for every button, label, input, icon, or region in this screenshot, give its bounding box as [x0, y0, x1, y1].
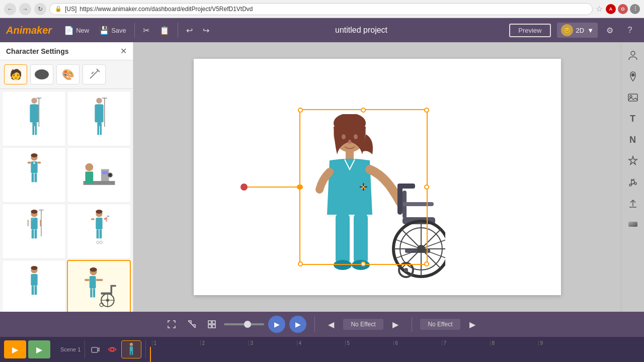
svg-rect-66	[34, 295, 38, 297]
play-all-button[interactable]: ▶	[289, 316, 306, 333]
svg-point-29	[85, 163, 93, 171]
svg-rect-65	[31, 295, 34, 297]
svg-marker-142	[629, 156, 637, 164]
tab-color[interactable]: 🎨	[56, 64, 79, 84]
svg-rect-64	[34, 286, 37, 296]
timeline-track-area[interactable]	[148, 347, 644, 362]
list-item[interactable]	[67, 91, 131, 146]
grid-toggle-button[interactable]	[204, 316, 220, 332]
background-button[interactable]	[624, 215, 642, 233]
expand-button[interactable]	[184, 316, 200, 332]
svg-rect-37	[31, 218, 37, 229]
selection-handle-br[interactable]	[424, 261, 429, 266]
svg-rect-44	[41, 210, 41, 236]
fit-view-button[interactable]	[164, 316, 180, 332]
selection-handle-mr[interactable]	[424, 185, 429, 190]
svg-rect-3	[31, 98, 37, 104]
svg-rect-21	[34, 162, 34, 164]
svg-rect-82	[111, 286, 113, 295]
selection-handle-tc[interactable]	[361, 108, 366, 113]
undo-button[interactable]: ↩	[182, 24, 197, 37]
new-button[interactable]: 📄 New	[60, 24, 93, 37]
zoom-thumb[interactable]	[244, 321, 251, 328]
timeline-track-active[interactable]	[121, 340, 141, 358]
add-location-button[interactable]	[624, 67, 642, 85]
tab-effects[interactable]	[83, 64, 106, 84]
svg-point-136	[240, 184, 248, 191]
add-image-button[interactable]	[624, 88, 642, 107]
refresh-button[interactable]: ↻	[34, 3, 46, 15]
play-green-button[interactable]: ▶	[28, 340, 50, 358]
panel-close-button[interactable]: ✕	[120, 46, 127, 56]
list-item[interactable]	[67, 147, 131, 203]
redo-icon: ↪	[203, 26, 209, 35]
list-item[interactable]	[2, 91, 66, 146]
timeline-eye-button[interactable]	[104, 341, 120, 357]
svg-rect-140	[628, 94, 637, 101]
svg-rect-10	[96, 98, 102, 104]
svg-rect-22	[27, 161, 31, 163]
ruler-mark-2: 2	[200, 340, 249, 346]
tab-character[interactable]: 🧑	[4, 64, 27, 84]
svg-point-61	[31, 266, 37, 270]
selection-handle-ml[interactable]	[298, 185, 303, 190]
list-item[interactable]	[2, 260, 66, 312]
timeline-camera-button[interactable]	[87, 341, 103, 357]
add-character-button[interactable]	[624, 46, 642, 64]
zoom-slider[interactable]	[224, 323, 264, 325]
project-title: untitled project	[215, 26, 507, 35]
view-mode-selector[interactable]: 😊 2D ▼	[557, 23, 598, 38]
play-once-button[interactable]: ▶	[268, 316, 285, 333]
effect1-next-button[interactable]: ▶	[387, 316, 404, 332]
help-button[interactable]: ?	[622, 22, 638, 38]
copy-button[interactable]: 📋	[155, 24, 174, 37]
add-effects-button[interactable]	[624, 152, 642, 170]
selection-handle-bl[interactable]	[298, 261, 303, 266]
list-item-selected[interactable]	[67, 260, 131, 312]
svg-rect-31	[101, 169, 109, 181]
save-button[interactable]: 💾 Save	[95, 24, 130, 37]
forward-button[interactable]: →	[19, 3, 31, 15]
svg-rect-55	[99, 229, 102, 239]
svg-rect-23	[37, 161, 41, 163]
preview-button[interactable]: Preview	[509, 24, 550, 37]
svg-point-143	[629, 184, 631, 186]
svg-rect-51	[91, 218, 95, 220]
canvas-area[interactable]: ✛	[133, 42, 621, 312]
zoom-track[interactable]	[224, 323, 264, 325]
app-logo: Animaker	[6, 25, 52, 36]
address-bar[interactable]: 🔒 [US] https://www.animaker.com/dashboar…	[49, 3, 593, 15]
play-orange-button[interactable]: ▶	[4, 340, 26, 358]
main-layout: Character Settings ✕ 🧑 🎨	[0, 42, 644, 312]
effect1-prev-button[interactable]: ◀	[323, 316, 339, 332]
cut-button[interactable]: ✂	[139, 24, 153, 37]
svg-rect-53	[107, 216, 109, 217]
svg-point-36	[31, 210, 37, 214]
effect2-next-button[interactable]: ▶	[464, 316, 480, 332]
bookmark-icon[interactable]: ☆	[596, 4, 603, 14]
tab-accessories[interactable]	[30, 64, 53, 84]
separator2	[412, 317, 412, 332]
selection-handle-tr[interactable]	[424, 108, 429, 113]
svg-line-0	[90, 70, 98, 78]
move-indicator[interactable]: ✛	[359, 181, 368, 193]
svg-point-156	[130, 343, 133, 346]
selection-handle-tl[interactable]	[298, 108, 303, 113]
svg-rect-74	[90, 297, 93, 299]
selection-handle-bc[interactable]	[361, 261, 366, 266]
list-item[interactable]	[2, 147, 66, 203]
browser-bar: ← → ↻ 🔒 [US] https://www.animaker.com/da…	[0, 0, 644, 18]
list-item[interactable]	[67, 204, 131, 259]
back-button[interactable]: ←	[4, 3, 16, 15]
add-text-button[interactable]: T	[624, 110, 642, 128]
upload-button[interactable]	[624, 194, 642, 212]
add-audio-button[interactable]	[624, 173, 642, 191]
redo-button[interactable]: ↪	[199, 24, 213, 37]
list-item[interactable]	[2, 204, 66, 259]
ext-icon-1: A	[606, 4, 616, 14]
settings-button[interactable]: ⚙	[602, 22, 618, 38]
add-n-button[interactable]: N	[624, 131, 642, 149]
copy-icon: 📋	[159, 26, 170, 35]
ruler-mark-6: 6	[393, 340, 442, 346]
svg-rect-30	[85, 171, 93, 184]
